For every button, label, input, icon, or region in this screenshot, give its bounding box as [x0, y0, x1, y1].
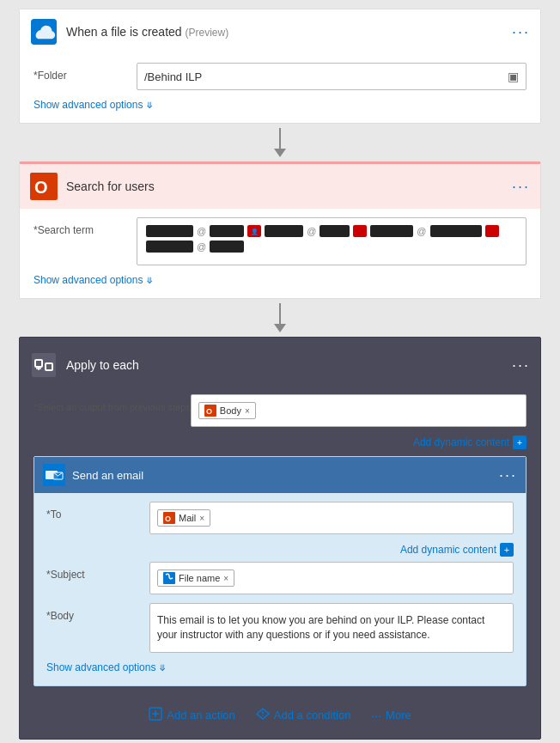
office365-icon: O	[30, 173, 58, 200]
svg-text:👤: 👤	[251, 228, 259, 235]
apply-header: Apply to each ···	[20, 344, 540, 386]
trigger-title: When a file is created (Preview)	[66, 25, 512, 39]
redacted-text-6	[430, 225, 482, 237]
redacted-text-3	[265, 225, 303, 237]
red-token-2	[353, 225, 367, 237]
apply-body: *Select an output from previous steps O …	[20, 386, 540, 739]
more-button[interactable]: ··· More	[371, 709, 411, 722]
outlook-icon	[43, 464, 65, 486]
email-body-row: *Body This email is to let you know you …	[46, 603, 514, 653]
filename-token-remove[interactable]: ×	[223, 574, 228, 583]
search-term-label: *Search term	[33, 217, 137, 236]
add-condition-icon	[256, 707, 270, 723]
filename-token-icon	[163, 572, 175, 584]
body-token-remove[interactable]: ×	[245, 406, 250, 416]
to-label: *To	[46, 502, 149, 521]
redacted-text-4	[320, 225, 350, 237]
at-sign-3: @	[417, 226, 426, 236]
search-chevron-icon: ⤋	[146, 276, 153, 285]
to-add-dynamic: Add dynamic content +	[46, 543, 514, 557]
apply-action-row: Add an action Add a condition ··· More	[33, 693, 527, 732]
connector-1	[274, 124, 286, 161]
connector-2	[274, 299, 286, 337]
folder-row: *Folder /Behind ILP ▣	[33, 63, 527, 90]
select-output-label: *Select an output from previous steps	[33, 394, 191, 413]
apply-title: Apply to each	[66, 358, 512, 372]
red-token-3	[485, 225, 499, 237]
search-term-input[interactable]: @ 👤 @ @	[137, 217, 527, 265]
at-sign-1: @	[197, 226, 206, 236]
select-output-input[interactable]: O Body ×	[191, 394, 527, 427]
send-email-header: Send an email ···	[34, 457, 526, 493]
search-term-content: @ 👤 @ @	[144, 223, 519, 254]
svg-point-27	[262, 715, 264, 716]
add-condition-button[interactable]: Add a condition	[256, 707, 351, 723]
connector-line-2	[279, 303, 281, 324]
search-title: Search for users	[66, 180, 512, 193]
redacted-text-5	[370, 225, 413, 237]
apply-card: Apply to each ··· *Select an output from…	[19, 337, 541, 740]
redacted-text-1	[146, 225, 193, 237]
svg-text:O: O	[165, 515, 171, 523]
connector-arrow-1	[274, 149, 286, 157]
svg-text:O: O	[206, 407, 212, 416]
more-dots-icon: ···	[371, 709, 381, 722]
send-email-card: Send an email ··· *To O Mail	[33, 456, 527, 686]
apply-add-dynamic-link[interactable]: Add dynamic content +	[413, 435, 527, 449]
search-body: *Search term @ 👤 @	[20, 209, 540, 298]
send-email-more-button[interactable]: ···	[499, 466, 517, 484]
email-body-label: *Body	[46, 603, 149, 622]
redacted-text-2	[210, 225, 244, 237]
trigger-show-advanced[interactable]: Show advanced options ⤋	[33, 99, 527, 111]
folder-browse-icon[interactable]: ▣	[508, 70, 519, 83]
select-output-row: *Select an output from previous steps O …	[33, 394, 527, 427]
to-row: *To O Mail ×	[46, 502, 514, 534]
mail-token-remove[interactable]: ×	[199, 514, 204, 523]
trigger-chevron-icon: ⤋	[146, 100, 153, 110]
apply-add-dynamic: Add dynamic content +	[33, 435, 527, 449]
apply-add-dynamic-plus[interactable]: +	[513, 435, 527, 449]
add-action-button[interactable]: Add an action	[149, 707, 235, 723]
folder-label: *Folder	[33, 63, 137, 82]
search-show-advanced[interactable]: Show advanced options ⤋	[33, 274, 527, 286]
trigger-body: *Folder /Behind ILP ▣ Show advanced opti…	[20, 54, 540, 123]
onedrive-icon	[30, 18, 58, 46]
to-add-dynamic-plus[interactable]: +	[500, 543, 514, 557]
svg-rect-6	[488, 227, 496, 235]
apply-more-button[interactable]: ···	[512, 356, 530, 375]
subject-input[interactable]: File name ×	[149, 562, 514, 594]
svg-rect-5	[356, 227, 364, 235]
to-input[interactable]: O Mail ×	[149, 502, 514, 534]
redacted-text-8	[210, 241, 244, 253]
search-header: O Search for users ···	[20, 164, 540, 209]
connector-line-1	[279, 128, 281, 149]
connector-arrow-2	[274, 324, 286, 332]
search-card: O Search for users ··· *Search term @ 👤	[19, 161, 541, 299]
mail-token: O Mail ×	[157, 509, 210, 527]
body-token: O Body ×	[198, 402, 256, 419]
email-show-advanced[interactable]: Show advanced options ⤋	[46, 661, 514, 673]
body-token-icon: O	[204, 405, 216, 417]
subject-row: *Subject File name ×	[46, 562, 514, 594]
send-email-title: Send an email	[72, 469, 499, 482]
email-body-input[interactable]: This email is to let you know you are be…	[149, 603, 514, 653]
at-sign-4: @	[197, 241, 206, 252]
redacted-text-7	[146, 241, 193, 253]
red-token-1: 👤	[247, 225, 261, 237]
email-chevron-icon: ⤋	[159, 663, 166, 673]
add-action-icon	[149, 707, 162, 723]
apply-icon	[30, 351, 58, 379]
mail-token-icon: O	[163, 512, 175, 524]
to-add-dynamic-link[interactable]: Add dynamic content +	[400, 543, 514, 557]
search-more-button[interactable]: ···	[512, 178, 530, 196]
folder-input[interactable]: /Behind ILP ▣	[137, 63, 527, 90]
trigger-header: When a file is created (Preview) ···	[20, 9, 540, 54]
svg-text:O: O	[34, 178, 48, 197]
trigger-card: When a file is created (Preview) ··· *Fo…	[19, 9, 541, 124]
send-email-body: *To O Mail ×	[34, 493, 526, 685]
search-term-row: *Search term @ 👤 @	[33, 217, 527, 265]
subject-label: *Subject	[46, 562, 149, 581]
at-sign-2: @	[307, 226, 316, 236]
filename-token: File name ×	[157, 569, 234, 587]
trigger-more-button[interactable]: ···	[512, 23, 530, 41]
